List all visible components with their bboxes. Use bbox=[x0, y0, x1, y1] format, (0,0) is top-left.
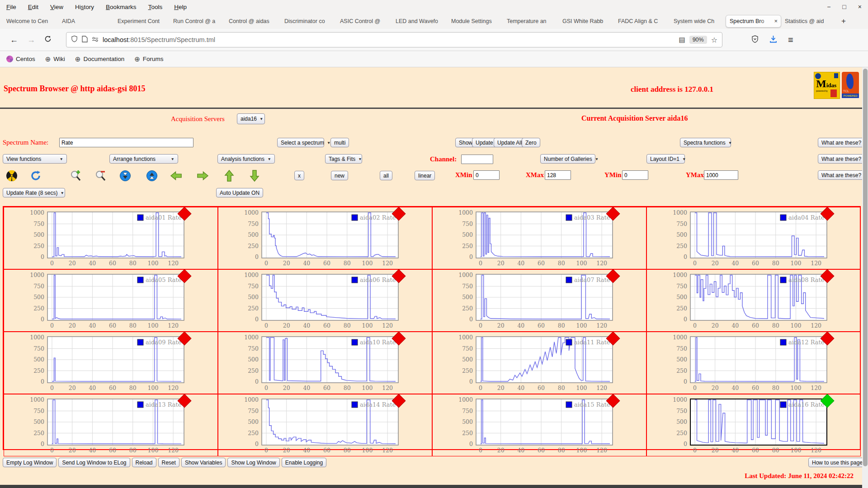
arrow-up-icon[interactable] bbox=[223, 169, 235, 182]
tab-run-control-a[interactable]: Run Control @ a bbox=[170, 14, 225, 29]
new-button[interactable]: new bbox=[331, 171, 348, 180]
view-functions-dropdown[interactable]: View functions▼ bbox=[3, 154, 67, 164]
tab-close-icon[interactable]: × bbox=[774, 15, 778, 27]
tab-fadc-align-c[interactable]: FADC Align & C bbox=[614, 14, 670, 29]
ymax-input[interactable] bbox=[704, 170, 738, 180]
channel-input[interactable] bbox=[461, 155, 493, 164]
zoom-level-badge[interactable]: 90% bbox=[689, 36, 707, 44]
site-permissions-icon[interactable] bbox=[92, 36, 99, 44]
menu-bookmarks[interactable]: Bookmarks bbox=[106, 4, 137, 10]
spectrum-cell-aida02[interactable]: 02505007501000020406080100120aida02 Rate bbox=[218, 207, 432, 269]
spectrum-cell-aida16[interactable]: 02505007501000020406080100120aida16 Rate bbox=[646, 394, 861, 456]
tab-welcome-to-cen[interactable]: Welcome to Cen bbox=[3, 14, 58, 29]
tab-statistics-aid[interactable]: Statistics @ aid bbox=[781, 14, 837, 29]
spectrum-cell-aida05[interactable]: 02505007501000020406080100120aida05 Rate bbox=[4, 269, 218, 332]
menu-help[interactable]: Help bbox=[174, 4, 187, 10]
spectrum-cell-aida10[interactable]: 02505007501000020406080100120aida10 Rate bbox=[218, 332, 432, 394]
tab-spectrum-bro[interactable]: Spectrum Bro× bbox=[726, 15, 781, 28]
bookmark-documentation[interactable]: ⊕Documentation bbox=[75, 56, 124, 62]
account-shield-icon[interactable] bbox=[751, 35, 759, 45]
spectrum-cell-aida13[interactable]: 02505007501000020406080100120aida13 Rate bbox=[4, 394, 218, 456]
spectra-functions-dropdown[interactable]: Spectra functions▼ bbox=[680, 138, 731, 147]
ymin-input[interactable] bbox=[622, 170, 648, 180]
reset-button[interactable]: Reset bbox=[158, 458, 179, 467]
tab-module-settings[interactable]: Module Settings bbox=[448, 14, 503, 29]
layout-id-dropdown[interactable]: Layout ID=1▼ bbox=[646, 154, 685, 164]
tab-asic-control-[interactable]: ASIC Control @ bbox=[336, 14, 392, 29]
spectrum-cell-aida03[interactable]: 02505007501000020406080100120aida03 Rate bbox=[432, 207, 646, 269]
scrollbar-thumb[interactable] bbox=[863, 69, 868, 466]
collapse-y-icon[interactable] bbox=[119, 169, 131, 182]
what-are-these-button-2[interactable]: What are these? bbox=[818, 154, 865, 164]
update-all-button[interactable]: Update All bbox=[494, 138, 526, 147]
arrow-left-icon[interactable] bbox=[170, 169, 182, 182]
menu-edit[interactable]: Edit bbox=[28, 4, 38, 10]
arrow-down-icon[interactable] bbox=[248, 169, 260, 182]
hamburger-menu-icon[interactable]: ≡ bbox=[788, 35, 793, 45]
tab-led-and-wavefo[interactable]: LED and Wavefo bbox=[392, 14, 448, 29]
url-text[interactable]: localhost:8015/Spectrum/Spectrum.tml bbox=[103, 36, 675, 43]
send-log-window-to-elog-button[interactable]: Send Log Window to ELog bbox=[58, 458, 130, 467]
multi-button[interactable]: multi bbox=[330, 138, 349, 147]
update-rate-dropdown[interactable]: Update Rate (8 secs)▼ bbox=[3, 188, 65, 197]
reload-icon[interactable] bbox=[44, 35, 52, 45]
all-button[interactable]: all bbox=[380, 171, 392, 180]
url-bar[interactable]: localhost:8015/Spectrum/Spectrum.tml ▤ 9… bbox=[66, 32, 722, 47]
what-are-these-button-1[interactable]: What are these? bbox=[818, 138, 865, 147]
spectrum-cell-aida07[interactable]: 02505007501000020406080100120aida07 Rate bbox=[432, 269, 646, 332]
zoom-in-icon[interactable] bbox=[69, 169, 81, 182]
tags-fits-dropdown[interactable]: Tags & Fits▼ bbox=[325, 154, 362, 164]
expand-y-icon[interactable] bbox=[146, 169, 158, 182]
spectrum-name-input[interactable] bbox=[59, 138, 193, 147]
acquisition-server-select[interactable]: aida16▼ bbox=[237, 113, 265, 124]
download-icon[interactable] bbox=[769, 35, 777, 45]
auto-update-button[interactable]: Auto Update ON bbox=[216, 188, 263, 197]
update-button[interactable]: Update bbox=[472, 138, 497, 147]
number-of-galleries-dropdown[interactable]: Number of Galleries▼ bbox=[540, 154, 595, 164]
page-info-icon[interactable] bbox=[82, 36, 88, 44]
select-spectrum-dropdown[interactable]: Select a spectrum▼ bbox=[277, 138, 324, 147]
show-log-window-button[interactable]: Show Log Window bbox=[227, 458, 279, 467]
spectrum-cell-aida01[interactable]: 02505007501000020406080100120aida01 Rate bbox=[4, 207, 218, 269]
spectrum-cell-aida04[interactable]: 02505007501000020406080100120aida04 Rate bbox=[646, 207, 861, 269]
tab-temperature-an[interactable]: Temperature an bbox=[503, 14, 559, 29]
spectrum-cell-aida15[interactable]: 02505007501000020406080100120aida15 Rate bbox=[432, 394, 646, 456]
shield-icon[interactable] bbox=[71, 35, 78, 44]
xmax-input[interactable] bbox=[545, 170, 571, 180]
spectrum-cell-aida11[interactable]: 02505007501000020406080100120aida11 Rate bbox=[432, 332, 646, 394]
enable-logging-button[interactable]: Enable Logging bbox=[282, 458, 326, 467]
forward-icon[interactable]: → bbox=[27, 35, 35, 45]
spectrum-cell-aida09[interactable]: 02505007501000020406080100120aida09 Rate bbox=[4, 332, 218, 394]
bookmark-centos[interactable]: Centos bbox=[6, 56, 35, 62]
menu-history[interactable]: History bbox=[75, 4, 94, 10]
analysis-functions-dropdown[interactable]: Analysis functions▼ bbox=[217, 154, 275, 164]
bookmark-forums[interactable]: ⊕Forums bbox=[134, 56, 163, 62]
arrange-functions-dropdown[interactable]: Arrange functions▼ bbox=[109, 154, 178, 164]
spectrum-cell-aida08[interactable]: 02505007501000020406080100120aida08 Rate bbox=[646, 269, 861, 332]
spectrum-cell-aida06[interactable]: 02505007501000020406080100120aida06 Rate bbox=[218, 269, 432, 332]
arrow-right-icon[interactable] bbox=[197, 169, 209, 182]
page-scrollbar[interactable] bbox=[862, 67, 868, 488]
bookmark-wiki[interactable]: ⊕Wiki bbox=[45, 56, 65, 62]
new-tab-button[interactable]: + bbox=[837, 17, 850, 26]
spectrum-cell-aida14[interactable]: 02505007501000020406080100120aida14 Rate bbox=[218, 394, 432, 456]
bookmark-star-icon[interactable]: ☆ bbox=[711, 36, 717, 44]
what-are-these-button-3[interactable]: What are these? bbox=[818, 170, 865, 180]
reader-mode-icon[interactable]: ▤ bbox=[679, 36, 685, 44]
tab-gsi-white-rabb[interactable]: GSI White Rabb bbox=[559, 14, 614, 29]
menu-tools[interactable]: Tools bbox=[148, 4, 163, 10]
tab-control-aidas[interactable]: Control @ aidas bbox=[225, 14, 281, 29]
maximize-icon[interactable]: □ bbox=[842, 3, 846, 10]
linear-button[interactable]: linear bbox=[415, 171, 435, 180]
minimize-icon[interactable]: − bbox=[827, 3, 830, 10]
zoom-out-icon[interactable] bbox=[94, 169, 106, 182]
xmin-input[interactable] bbox=[473, 170, 500, 180]
tab-system-wide-ch[interactable]: System wide Ch bbox=[670, 14, 726, 29]
x-axis-button[interactable]: x bbox=[294, 171, 304, 180]
zero-button[interactable]: Zero bbox=[522, 138, 540, 147]
show-variables-button[interactable]: Show Variables bbox=[181, 458, 226, 467]
refresh-icon[interactable] bbox=[29, 169, 42, 182]
reload-button[interactable]: Reload bbox=[132, 458, 156, 467]
menu-file[interactable]: File bbox=[6, 4, 16, 10]
spectrum-cell-aida12[interactable]: 02505007501000020406080100120aida12 Rate bbox=[646, 332, 861, 394]
